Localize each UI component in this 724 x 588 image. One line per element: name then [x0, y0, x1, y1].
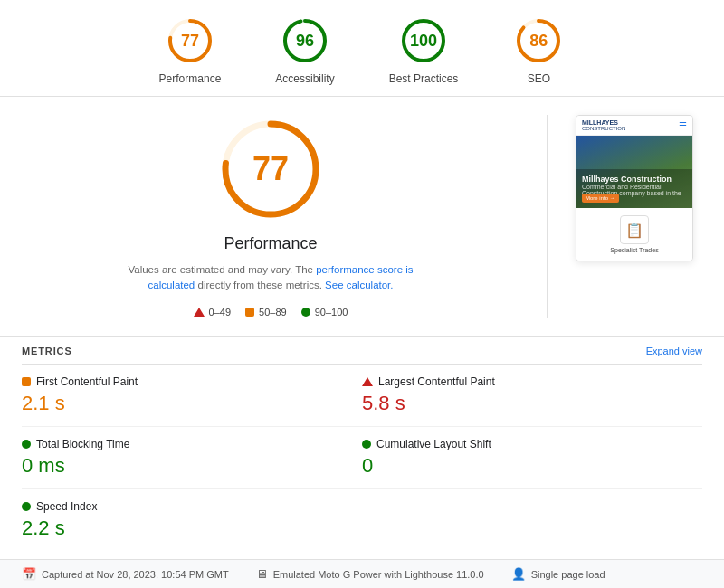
score-circle-seo: 86 — [512, 14, 565, 67]
legend-range-orange: 50–89 — [259, 307, 287, 318]
cls-value: 0 — [362, 454, 702, 478]
tbt-indicator — [22, 440, 31, 449]
phone-header: MILLHAYES CONSTRUCTION ☰ — [576, 116, 692, 136]
page-icon: 👤 — [511, 567, 526, 581]
calendar-icon: 📅 — [22, 567, 36, 581]
legend-item-red: 0–49 — [194, 307, 231, 318]
score-item-accessibility[interactable]: 96 Accessibility — [275, 14, 334, 85]
si-value: 2.2 s — [22, 517, 362, 540]
si-indicator — [22, 502, 31, 511]
specialist-trades-icon: 📋 — [620, 215, 649, 244]
legend-item-orange: 50–89 — [245, 307, 287, 318]
score-value-accessibility: 96 — [296, 32, 314, 51]
legend-item-green: 90–100 — [301, 307, 348, 318]
fcp-value: 2.1 s — [22, 392, 362, 415]
metric-tbt: Total Blocking Time 0 ms — [22, 427, 362, 489]
description-mid: directly from these metrics. — [197, 280, 325, 290]
main-content: 77 Performance Values are estimated and … — [0, 97, 724, 337]
si-label: Speed Index — [36, 500, 97, 513]
fcp-label: First Contentful Paint — [36, 375, 138, 388]
legend-range-red: 0–49 — [209, 307, 231, 318]
phone-logo-sub: CONSTRUCTION — [582, 126, 625, 131]
lcp-label: Largest Contentful Paint — [378, 375, 495, 388]
metrics-header: METRICS Expand view — [22, 337, 702, 365]
score-value-best-practices: 100 — [410, 32, 437, 51]
score-circle-performance: 77 — [164, 14, 216, 67]
score-label-performance: Performance — [159, 72, 222, 85]
big-score-value: 77 — [252, 150, 289, 188]
metric-fcp-name: First Contentful Paint — [22, 375, 362, 388]
metric-si: Speed Index 2.2 s — [22, 489, 362, 551]
expand-view-button[interactable]: Expand view — [646, 346, 702, 356]
left-panel: 77 Performance Values are estimated and … — [22, 115, 519, 318]
big-score-circle: 77 — [216, 115, 325, 223]
phone-site-title: Millhayes Construction — [582, 175, 687, 184]
description: Values are estimated and may vary. The p… — [108, 262, 433, 294]
score-label-seo: SEO — [528, 72, 550, 85]
metrics-grid: First Contentful Paint 2.1 s Largest Con… — [22, 365, 702, 551]
metric-empty — [362, 489, 702, 551]
calculator-link[interactable]: See calculator. — [325, 280, 393, 290]
score-label-accessibility: Accessibility — [275, 72, 334, 85]
footer: 📅 Captured at Nov 28, 2023, 10:54 PM GMT… — [0, 559, 724, 588]
phone-hero-image: Millhayes Construction Commercial and Re… — [576, 136, 692, 208]
cls-label: Cumulative Layout Shift — [376, 438, 491, 450]
metrics-section: METRICS Expand view First Contentful Pai… — [0, 337, 724, 551]
score-value-performance: 77 — [181, 32, 199, 51]
hamburger-icon: ☰ — [679, 120, 687, 130]
fcp-indicator — [22, 377, 31, 386]
description-text: Values are estimated and may vary. The — [128, 264, 316, 275]
metric-lcp-name: Largest Contentful Paint — [362, 375, 702, 388]
legend: 0–49 50–89 90–100 — [194, 307, 348, 318]
legend-square-icon — [245, 308, 254, 317]
score-item-performance[interactable]: 77 Performance — [159, 14, 222, 85]
metric-cls-name: Cumulative Layout Shift — [362, 438, 702, 450]
cta-button: More info → — [582, 194, 619, 203]
metric-cls: Cumulative Layout Shift 0 — [362, 427, 702, 489]
footer-load-type: 👤 Single page load — [511, 567, 605, 581]
tbt-label: Total Blocking Time — [36, 438, 129, 450]
phone-logo-text: MILLHAYES — [582, 119, 625, 126]
tbt-value: 0 ms — [22, 454, 362, 478]
score-label-best-practices: Best Practices — [389, 72, 459, 85]
device-text: Emulated Moto G Power with Lighthouse 11… — [273, 569, 484, 580]
score-circle-best-practices: 100 — [397, 14, 450, 67]
metric-tbt-name: Total Blocking Time — [22, 438, 362, 450]
legend-range-green: 90–100 — [315, 307, 348, 318]
load-type-text: Single page load — [531, 569, 605, 580]
legend-triangle-icon — [194, 308, 205, 317]
lcp-value: 5.8 s — [362, 392, 702, 415]
score-item-best-practices[interactable]: 100 Best Practices — [389, 14, 459, 85]
phone-preview-panel: MILLHAYES CONSTRUCTION ☰ Millhayes Const… — [576, 115, 702, 261]
lcp-indicator — [362, 377, 373, 386]
metric-si-name: Speed Index — [22, 500, 362, 513]
footer-captured: 📅 Captured at Nov 28, 2023, 10:54 PM GMT — [22, 567, 229, 581]
score-value-seo: 86 — [529, 32, 548, 51]
specialist-trades-label: Specialist Trades — [610, 247, 658, 253]
score-item-seo[interactable]: 86 SEO — [512, 14, 565, 85]
device-icon: 🖥 — [256, 567, 268, 581]
score-bar: 77 Performance 96 Accessibility 100 Best… — [0, 0, 724, 97]
phone-body: 📋 Specialist Trades — [576, 208, 692, 261]
captured-text: Captured at Nov 28, 2023, 10:54 PM GMT — [42, 569, 229, 580]
phone-mockup: MILLHAYES CONSTRUCTION ☰ Millhayes Const… — [576, 115, 693, 261]
cls-indicator — [362, 440, 371, 449]
legend-dot-icon — [301, 308, 310, 317]
metrics-title: METRICS — [22, 346, 72, 356]
footer-device: 🖥 Emulated Moto G Power with Lighthouse … — [256, 567, 484, 581]
metric-fcp: First Contentful Paint 2.1 s — [22, 365, 362, 427]
phone-icon-area: 📋 Specialist Trades — [584, 215, 685, 253]
big-score-label: Performance — [224, 234, 317, 253]
metric-lcp: Largest Contentful Paint 5.8 s — [362, 365, 702, 427]
score-circle-accessibility: 96 — [279, 14, 331, 67]
phone-logo: MILLHAYES CONSTRUCTION — [582, 119, 625, 131]
content-divider — [547, 115, 548, 318]
